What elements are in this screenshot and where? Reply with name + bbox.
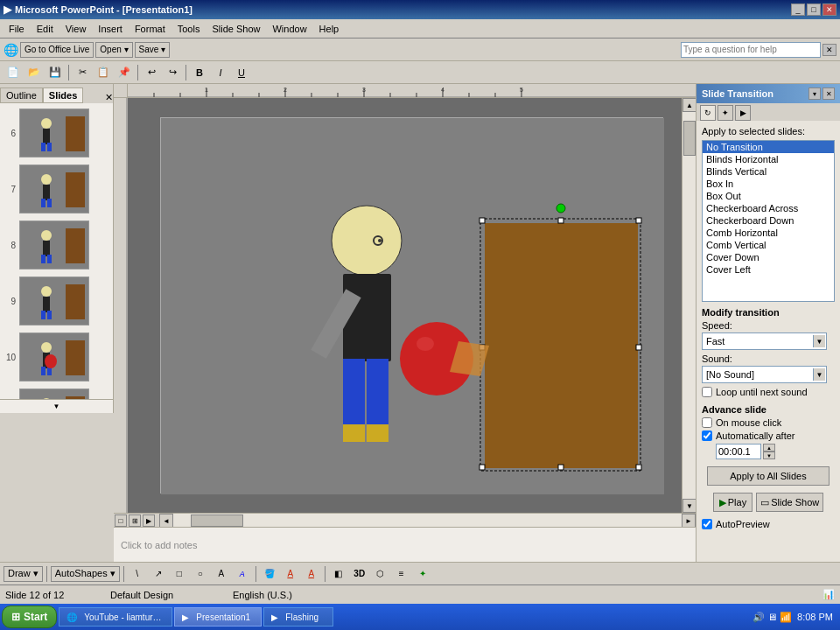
tab-slides[interactable]: Slides	[43, 88, 83, 103]
diagram-btn[interactable]: ✦	[413, 565, 432, 583]
slideshow-button[interactable]: ▭ Slide Show	[756, 493, 823, 512]
transition-no-transition[interactable]: No Transition	[703, 141, 834, 153]
play-button[interactable]: ▶ ▶ Play Play	[713, 493, 752, 512]
notes-area[interactable]: Click to add notes	[114, 527, 696, 562]
help-input[interactable]	[681, 42, 821, 58]
transition-list[interactable]: No Transition Blinds Horizontal Blinds V…	[702, 140, 835, 302]
help-close-button[interactable]: ✕	[822, 44, 836, 56]
undo-button[interactable]: ↩	[142, 64, 161, 81]
menu-view[interactable]: View	[60, 22, 92, 36]
auto-after-checkbox[interactable]	[702, 430, 712, 441]
menu-window[interactable]: Window	[267, 22, 312, 36]
draw-button[interactable]: Draw ▾	[4, 566, 43, 582]
minimize-button[interactable]: _	[791, 4, 805, 16]
transition-blinds-v[interactable]: Blinds Vertical	[703, 165, 834, 178]
panel-tab-2[interactable]: ✦	[718, 105, 733, 121]
transition-comb-h[interactable]: Comb Horizontal	[703, 227, 834, 239]
menu-insert[interactable]: Insert	[93, 22, 128, 36]
taskbar-youtube[interactable]: 🌐 YouTube - liamturn97...	[59, 607, 172, 626]
slide-canvas[interactable]	[160, 117, 663, 494]
time-input[interactable]	[716, 444, 761, 459]
slideshow-view-btn[interactable]: ▶	[143, 514, 155, 527]
cube-btn[interactable]: ⬡	[371, 565, 390, 583]
bold-button[interactable]: B	[190, 64, 209, 81]
apply-all-button[interactable]: Apply to All Slides	[707, 466, 830, 486]
copy-button[interactable]: 📋	[94, 64, 113, 81]
wordart-tool[interactable]: A	[233, 565, 252, 583]
open-button[interactable]: Open ▾	[95, 42, 132, 58]
transition-checkerboard-across[interactable]: Checkerboard Across	[703, 202, 834, 214]
slide-item-8[interactable]: 8	[2, 219, 111, 271]
panel-close-button[interactable]: ✕	[105, 92, 113, 103]
align-btn[interactable]: ≡	[392, 565, 411, 583]
menu-slideshow[interactable]: Slide Show	[206, 22, 265, 36]
fill-color-btn[interactable]: 🪣	[260, 565, 279, 583]
slideshow-icon: ▭	[760, 497, 769, 508]
time-up-btn[interactable]: ▲	[763, 444, 775, 452]
scroll-thumb-v[interactable]	[683, 121, 696, 156]
italic-button[interactable]: I	[211, 64, 230, 81]
transition-box-out[interactable]: Box Out	[703, 190, 834, 202]
scroll-right-arrow[interactable]: ►	[682, 514, 696, 528]
slide-item-9[interactable]: 9	[2, 275, 111, 327]
scroll-left-arrow[interactable]: ◄	[159, 514, 173, 528]
start-button[interactable]: ⊞ Start	[2, 606, 57, 628]
scroll-down-arrow[interactable]: ▼	[682, 499, 696, 513]
3d-btn[interactable]: 3D	[350, 565, 369, 583]
on-mouse-checkbox[interactable]	[702, 417, 712, 428]
open-file-button[interactable]: 📂	[24, 64, 44, 81]
normal-view-btn[interactable]: □	[115, 514, 127, 527]
line-color-btn[interactable]: A	[281, 565, 300, 583]
slidesorter-view-btn[interactable]: ⊞	[129, 514, 141, 527]
loop-checkbox[interactable]	[702, 387, 712, 397]
slide-item-6[interactable]: 6	[2, 107, 111, 159]
slide-panel-scroll-down[interactable]: ▼	[0, 399, 113, 413]
menu-tools[interactable]: Tools	[172, 22, 206, 36]
save-button[interactable]: Save ▾	[135, 42, 171, 58]
menu-edit[interactable]: Edit	[32, 22, 59, 36]
panel-minimize-btn[interactable]: ▾	[808, 88, 821, 100]
new-button[interactable]: 📄	[4, 64, 23, 81]
maximize-button[interactable]: □	[807, 4, 821, 16]
transition-box-in[interactable]: Box In	[703, 178, 834, 190]
slide-item-10[interactable]: 10	[2, 331, 111, 383]
menu-help[interactable]: Help	[314, 22, 345, 36]
rect-tool[interactable]: □	[170, 565, 189, 583]
panel-tab-3[interactable]: ▶	[735, 105, 751, 121]
autoshapes-button[interactable]: AutoShapes ▾	[51, 566, 120, 582]
font-color-btn[interactable]: A	[302, 565, 321, 583]
panel-close-btn[interactable]: ✕	[822, 88, 835, 100]
scroll-up-arrow[interactable]: ▲	[682, 98, 696, 112]
tab-outline[interactable]: Outline	[0, 88, 43, 103]
time-down-btn[interactable]: ▼	[763, 452, 775, 459]
autopreview-checkbox[interactable]	[702, 519, 712, 529]
transition-checkerboard-down[interactable]: Checkerboard Down	[703, 214, 834, 227]
save-file-button[interactable]: 💾	[46, 64, 65, 81]
menu-file[interactable]: File	[4, 22, 30, 36]
transition-blinds-h[interactable]: Blinds Horizontal	[703, 153, 834, 165]
panel-tab-1[interactable]: ↻	[700, 105, 716, 121]
textbox-tool[interactable]: A	[212, 565, 231, 583]
close-button[interactable]: ✕	[822, 4, 836, 16]
arrow-tool[interactable]: ↗	[149, 565, 168, 583]
speed-select[interactable]: Slow Medium Fast	[702, 332, 827, 350]
officelive-button[interactable]: Go to Office Live	[20, 42, 94, 58]
scroll-thumb-h[interactable]	[191, 514, 243, 527]
sound-select[interactable]: [No Sound] Applause Arrow Breeze	[702, 366, 827, 383]
slide-item-11[interactable]: 11	[2, 387, 111, 399]
menu-format[interactable]: Format	[130, 22, 171, 36]
slide-item-7[interactable]: 7	[2, 163, 111, 215]
vertical-scrollbar[interactable]: ▲ ▼	[682, 98, 696, 513]
taskbar-flashing[interactable]: ▶ Flashing	[263, 607, 333, 626]
paste-button[interactable]: 📌	[115, 64, 134, 81]
cut-button[interactable]: ✂	[73, 64, 92, 81]
line-tool[interactable]: \	[128, 565, 147, 583]
taskbar-presentation[interactable]: ▶ Presentation1	[174, 607, 262, 626]
underline-button[interactable]: U	[232, 64, 251, 81]
transition-cover-left[interactable]: Cover Left	[703, 263, 834, 276]
redo-button[interactable]: ↪	[163, 64, 182, 81]
transition-cover-down[interactable]: Cover Down	[703, 251, 834, 263]
transition-comb-v[interactable]: Comb Vertical	[703, 239, 834, 251]
shadow-btn[interactable]: ◧	[329, 565, 348, 583]
oval-tool[interactable]: ○	[191, 565, 210, 583]
